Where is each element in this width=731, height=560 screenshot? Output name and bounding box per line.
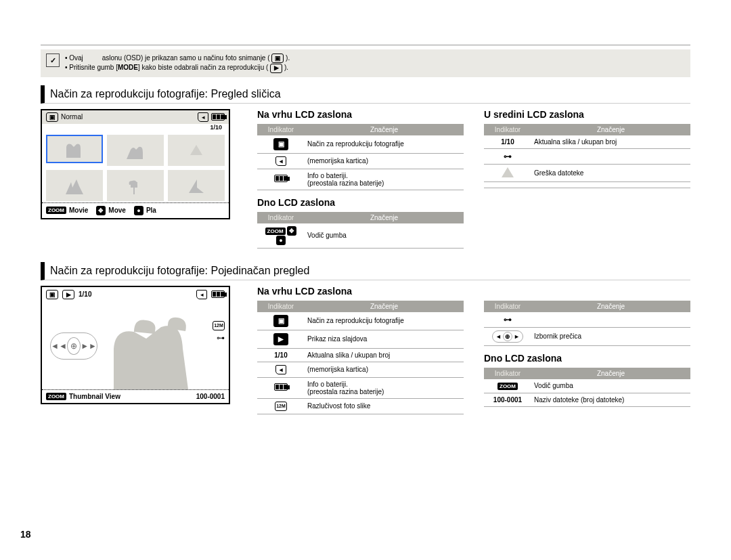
single-counter: 1/10 bbox=[79, 290, 91, 298]
thumbnail-grid bbox=[42, 131, 229, 202]
prev-icon[interactable]: ◄◄ bbox=[51, 341, 67, 351]
zoom-in-icon[interactable]: ⊕ bbox=[67, 337, 81, 355]
page-number: 18 bbox=[20, 529, 31, 540]
thumbnail[interactable] bbox=[107, 135, 164, 166]
thumbnail[interactable] bbox=[168, 170, 225, 201]
table-single-bottom: IndikatorZnačenje ZOOMVodič gumba 100-00… bbox=[484, 368, 690, 407]
photo-silhouette bbox=[87, 301, 208, 389]
note-box: ✓ • Ovaj aslonu (OSD) je prikazan samo u… bbox=[41, 49, 690, 77]
shortcut-control[interactable]: ◄◄ ⊕ ►► bbox=[50, 332, 97, 360]
zoom-icon: ZOOM bbox=[46, 207, 66, 214]
zoom-icon: ZOOM bbox=[497, 383, 518, 390]
zoom-icon: ZOOM bbox=[46, 393, 66, 400]
lcd-footer: ZOOM Movie ✥ Move ● Pla bbox=[42, 202, 229, 218]
thumbnail-error[interactable] bbox=[168, 135, 225, 166]
next-icon[interactable]: ►► bbox=[81, 341, 97, 351]
card-icon: ◂ bbox=[275, 365, 286, 374]
key-icon: ⊶ bbox=[217, 333, 225, 343]
slideshow-icon: ▶ bbox=[273, 333, 288, 345]
zoom-icon: ZOOM bbox=[265, 228, 286, 235]
play-photo-icon: ▣ bbox=[273, 138, 288, 150]
mode-heading-thumbnail: Način za reprodukciju fotografije: Pregl… bbox=[41, 85, 690, 104]
move-icon: ✥ bbox=[96, 206, 106, 215]
table-single-top-right: IndikatorZnačenje ⊶ ◄⊕► Izbornik prečica bbox=[484, 301, 690, 346]
file-number: 100-0001 bbox=[196, 393, 225, 400]
key-icon: ⊶ bbox=[504, 315, 512, 324]
lcd-thumbnail-preview: ▣ Normal ◂ 1/10 bbox=[41, 109, 230, 219]
thumbnail[interactable] bbox=[46, 170, 103, 201]
resolution-icon: 12M bbox=[275, 402, 287, 411]
card-icon: ◂ bbox=[198, 112, 208, 122]
page-header bbox=[41, 41, 690, 45]
table-thumb-bottom: IndikatorZnačenje ZOOM ✥ ●Vodič gumba bbox=[257, 212, 464, 249]
subhead-middle-lcd: U sredini LCD zaslona bbox=[484, 109, 690, 120]
warning-icon bbox=[502, 167, 514, 177]
single-section: ▣ ▶ 1/10 ◂ 12M ⊶ ◄◄ ⊕ bbox=[41, 286, 690, 421]
playback-icon: ▶ bbox=[270, 64, 282, 73]
check-icon: ✓ bbox=[46, 53, 60, 67]
card-icon: ◂ bbox=[275, 156, 286, 166]
table-thumb-top: IndikatorZnačenje ▣Način za reprodukciju… bbox=[257, 124, 464, 190]
note-lines: • Ovaj aslonu (OSD) je prikazan samo u n… bbox=[65, 53, 290, 73]
table-single-top-left: IndikatorZnačenje ▣Način za reprodukciju… bbox=[257, 301, 464, 414]
key-icon: ⊶ bbox=[504, 152, 512, 161]
card-icon: ◂ bbox=[196, 290, 207, 299]
battery-icon bbox=[274, 383, 288, 391]
slideshow-icon: ▶ bbox=[62, 290, 74, 299]
ok-icon: ● bbox=[276, 236, 286, 245]
subhead-single-top: Na vrhu LCD zaslona bbox=[257, 286, 464, 297]
move-icon: ✥ bbox=[287, 226, 296, 236]
resolution-icon: 12M bbox=[213, 321, 225, 330]
battery-icon bbox=[274, 175, 288, 182]
subhead-single-bottom: Dno LCD zaslona bbox=[484, 353, 690, 364]
thumbnail-section: ▣ Normal ◂ 1/10 bbox=[41, 109, 690, 255]
thumbnail[interactable] bbox=[107, 170, 164, 201]
battery-icon bbox=[211, 290, 225, 298]
warning-icon bbox=[190, 145, 202, 155]
play-photo-icon: ▣ bbox=[46, 112, 58, 122]
normal-label: Normal bbox=[61, 113, 83, 121]
ok-icon: ● bbox=[134, 206, 143, 215]
mode-heading-single: Način za reprodukciju fotografije: Pojed… bbox=[41, 262, 690, 280]
play-photo-icon: ▣ bbox=[46, 290, 58, 299]
subhead-bottom-lcd: Dno LCD zaslona bbox=[257, 197, 464, 208]
battery-icon bbox=[211, 113, 225, 121]
subhead-top-lcd: Na vrhu LCD zaslona bbox=[257, 109, 464, 120]
table-thumb-middle: IndikatorZnačenje 1/10Aktualna slika / u… bbox=[484, 124, 690, 188]
thumb-counter: 1/10 bbox=[42, 124, 229, 131]
photo-mode-icon: ▣ bbox=[271, 53, 284, 63]
lcd-single-preview: ▣ ▶ 1/10 ◂ 12M ⊶ ◄◄ ⊕ bbox=[41, 286, 230, 404]
play-photo-icon: ▣ bbox=[273, 315, 288, 327]
thumbnail[interactable] bbox=[46, 135, 103, 163]
